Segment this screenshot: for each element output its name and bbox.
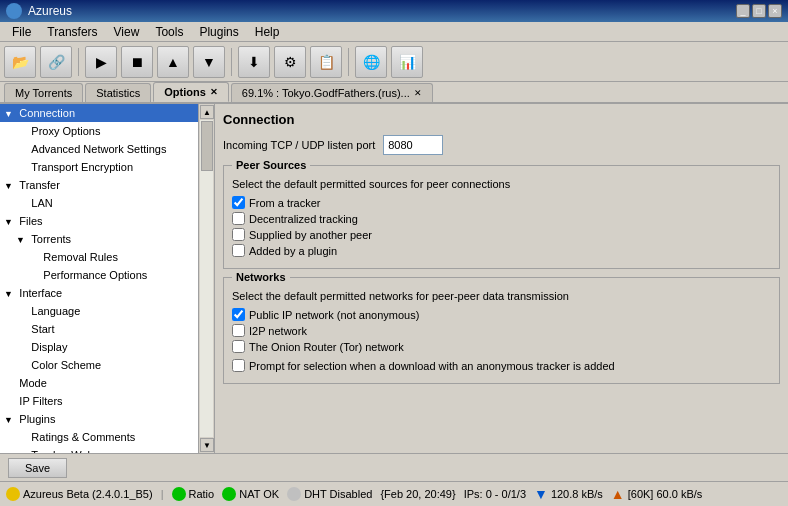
- toolbar-settings-btn[interactable]: ⚙: [274, 46, 306, 78]
- toolbar-nat-btn[interactable]: 🌐: [355, 46, 387, 78]
- minimize-button[interactable]: _: [736, 4, 750, 18]
- toolbar-remove-btn[interactable]: ⬇: [238, 46, 270, 78]
- port-label: Incoming TCP / UDP listen port: [223, 139, 375, 151]
- tree-item-advanced-network[interactable]: Advanced Network Settings: [0, 140, 198, 158]
- scroll-down-btn[interactable]: ▼: [200, 438, 214, 452]
- toolbar-down-btn[interactable]: ▼: [193, 46, 225, 78]
- peer-source-decentralized-checkbox[interactable]: [232, 212, 245, 225]
- menu-plugins[interactable]: Plugins: [191, 23, 246, 41]
- status-ratio-text: Ratio: [189, 488, 215, 500]
- network-i2p-label: I2P network: [249, 325, 307, 337]
- tree-item-transport-encryption[interactable]: Transport Encryption: [0, 158, 198, 176]
- tree-item-transfer[interactable]: ▼ Transfer: [0, 176, 198, 194]
- network-public-ip-checkbox[interactable]: [232, 308, 245, 321]
- toolbar-sep-1: [78, 48, 79, 76]
- title-bar-title: Azureus: [6, 3, 72, 19]
- title-bar-controls: _ □ ×: [736, 4, 782, 18]
- tree-item-interface[interactable]: ▼ Interface: [0, 284, 198, 302]
- status-app-version: Azureus Beta (2.4.0.1_B5): [6, 487, 153, 501]
- tree-item-files[interactable]: ▼ Files: [0, 212, 198, 230]
- tab-torrent-close[interactable]: ✕: [414, 88, 422, 98]
- tree-item-proxy-options[interactable]: Proxy Options: [0, 122, 198, 140]
- menu-transfers[interactable]: Transfers: [39, 23, 105, 41]
- tab-options-close[interactable]: ✕: [210, 87, 218, 97]
- network-prompt-label: Prompt for selection when a download wit…: [249, 360, 615, 372]
- tree-item-mode[interactable]: Mode: [0, 374, 198, 392]
- menu-bar: File Transfers View Tools Plugins Help: [0, 22, 788, 42]
- peer-sources-title: Peer Sources: [232, 159, 310, 171]
- tab-torrent[interactable]: 69.1% : Tokyo.GodfFathers.(rus)... ✕: [231, 83, 433, 102]
- scroll-track[interactable]: [200, 120, 213, 437]
- toolbar-open-btn[interactable]: 📂: [4, 46, 36, 78]
- status-dht-text: DHT Disabled: [304, 488, 372, 500]
- toolbar-stop-btn[interactable]: ⏹: [121, 46, 153, 78]
- peer-source-tracker-label: From a tracker: [249, 197, 321, 209]
- menu-file[interactable]: File: [4, 23, 39, 41]
- tree-item-tracker-web[interactable]: Tracker Web: [0, 446, 198, 453]
- tree-item-removal-rules[interactable]: Removal Rules: [0, 248, 198, 266]
- network-i2p-checkbox[interactable]: [232, 324, 245, 337]
- network-tor-checkbox[interactable]: [232, 340, 245, 353]
- tree-item-ip-filters[interactable]: IP Filters: [0, 392, 198, 410]
- peer-source-decentralized: Decentralized tracking: [232, 212, 771, 225]
- toolbar-queue-btn[interactable]: 📋: [310, 46, 342, 78]
- status-upload-speed-text: [60K] 60.0 kB/s: [628, 488, 703, 500]
- tree-item-language[interactable]: Language: [0, 302, 198, 320]
- status-bar: Azureus Beta (2.4.0.1_B5) | Ratio NAT OK…: [0, 481, 788, 506]
- save-row: Save: [0, 453, 788, 481]
- tab-my-torrents[interactable]: My Torrents: [4, 83, 83, 102]
- status-download-speed-text: 120.8 kB/s: [551, 488, 603, 500]
- tree-scrollbar[interactable]: ▲ ▼: [198, 104, 214, 453]
- toolbar-up-btn[interactable]: ▲: [157, 46, 189, 78]
- tree-item-color-scheme[interactable]: Color Scheme: [0, 356, 198, 374]
- peer-source-another-peer-label: Supplied by another peer: [249, 229, 372, 241]
- tree-item-plugins[interactable]: ▼ Plugins: [0, 410, 198, 428]
- status-nat-text: NAT OK: [239, 488, 279, 500]
- status-time-text: {Feb 20, 20:49}: [380, 488, 455, 500]
- network-i2p: I2P network: [232, 324, 771, 337]
- maximize-button[interactable]: □: [752, 4, 766, 18]
- upload-arrow-icon: ▲: [611, 486, 625, 502]
- port-input[interactable]: [383, 135, 443, 155]
- toolbar-speed-btn[interactable]: 📊: [391, 46, 423, 78]
- status-nat: NAT OK: [222, 487, 279, 501]
- peer-source-tracker-checkbox[interactable]: [232, 196, 245, 209]
- status-ratio: Ratio: [172, 487, 215, 501]
- tree-item-display[interactable]: Display: [0, 338, 198, 356]
- peer-sources-desc: Select the default permitted sources for…: [232, 178, 771, 190]
- tree-item-lan[interactable]: LAN: [0, 194, 198, 212]
- menu-view[interactable]: View: [106, 23, 148, 41]
- connection-expand-arrow: ▼: [4, 109, 14, 119]
- peer-source-plugin: Added by a plugin: [232, 244, 771, 257]
- tree-item-torrents[interactable]: ▼ Torrents: [0, 230, 198, 248]
- close-button[interactable]: ×: [768, 4, 782, 18]
- tab-statistics[interactable]: Statistics: [85, 83, 151, 102]
- status-nat-icon: [222, 487, 236, 501]
- scroll-thumb[interactable]: [201, 121, 213, 171]
- scroll-up-btn[interactable]: ▲: [200, 105, 214, 119]
- toolbar-url-btn[interactable]: 🔗: [40, 46, 72, 78]
- menu-tools[interactable]: Tools: [147, 23, 191, 41]
- peer-source-plugin-label: Added by a plugin: [249, 245, 337, 257]
- status-ips-text: IPs: 0 - 0/1/3: [464, 488, 526, 500]
- tab-options[interactable]: Options ✕: [153, 82, 229, 102]
- status-time: {Feb 20, 20:49}: [380, 488, 455, 500]
- interface-expand-arrow: ▼: [4, 289, 14, 299]
- port-row: Incoming TCP / UDP listen port: [223, 135, 780, 155]
- network-prompt-checkbox[interactable]: [232, 359, 245, 372]
- menu-help[interactable]: Help: [247, 23, 288, 41]
- save-button[interactable]: Save: [8, 458, 67, 478]
- networks-group: Networks Select the default permitted ne…: [223, 277, 780, 384]
- toolbar-sep-2: [231, 48, 232, 76]
- status-dht: DHT Disabled: [287, 487, 372, 501]
- transfer-expand-arrow: ▼: [4, 181, 14, 191]
- toolbar-resume-btn[interactable]: ▶: [85, 46, 117, 78]
- section-title: Connection: [223, 112, 780, 127]
- tree-item-ratings-comments[interactable]: Ratings & Comments: [0, 428, 198, 446]
- tree-item-performance-options[interactable]: Performance Options: [0, 266, 198, 284]
- peer-source-plugin-checkbox[interactable]: [232, 244, 245, 257]
- torrents-expand-arrow: ▼: [16, 235, 26, 245]
- peer-source-another-peer-checkbox[interactable]: [232, 228, 245, 241]
- tree-item-connection[interactable]: ▼ Connection: [0, 104, 198, 122]
- tree-item-start[interactable]: Start: [0, 320, 198, 338]
